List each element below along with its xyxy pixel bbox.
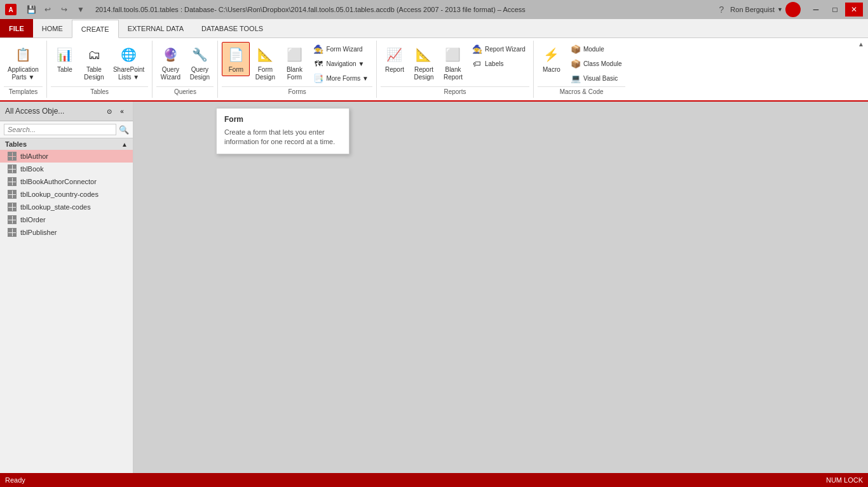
navigation-button[interactable]: 🗺 Navigation ▼: [309, 57, 372, 70]
report-button[interactable]: 📈 Report: [381, 42, 409, 76]
table-button[interactable]: 📊 Table: [51, 42, 79, 76]
minimize-button[interactable]: ─: [807, 3, 825, 17]
report-design-button[interactable]: 📐 ReportDesign: [410, 42, 438, 84]
form-design-button[interactable]: 📐 FormDesign: [251, 42, 279, 84]
sidebar-collapse-button[interactable]: «: [116, 105, 128, 117]
maximize-button[interactable]: □: [826, 3, 844, 17]
query-design-button[interactable]: 🔧 QueryDesign: [186, 42, 214, 84]
sidebar-item-label: tblAuthor: [20, 152, 48, 160]
forms-group-label: Forms: [222, 86, 372, 97]
labels-button[interactable]: 🏷 Labels: [468, 57, 529, 70]
form-design-icon: 📐: [255, 44, 275, 65]
group-queries: 🔮 QueryWizard 🔧 QueryDesign Queries: [153, 41, 218, 98]
more-forms-button[interactable]: 📑 More Forms ▼: [309, 71, 372, 85]
class-module-button[interactable]: 📦 Class Module: [567, 57, 626, 70]
tab-file[interactable]: FILE: [0, 19, 33, 37]
class-module-icon: 📦: [571, 58, 581, 69]
user-name: Ron Bergquist: [730, 6, 775, 13]
form-design-label: FormDesign: [255, 66, 275, 81]
module-button[interactable]: 📦 Module: [567, 42, 626, 56]
report-design-label: ReportDesign: [414, 66, 433, 81]
report-design-icon: 📐: [414, 44, 434, 65]
app-parts-button[interactable]: 📋 ApplicationParts ▼: [4, 42, 43, 84]
user-dropdown-icon[interactable]: ▼: [777, 6, 783, 13]
undo-button[interactable]: ↩: [41, 3, 55, 17]
title-bar-text: 2014.fall.tools.05.01.tables : Database-…: [95, 6, 526, 13]
redo-button[interactable]: ↪: [57, 3, 71, 17]
report-wizard-button[interactable]: 🧙 Report Wizard: [468, 42, 529, 56]
title-bar: A 💾 ↩ ↪ ▼ 2014.fall.tools.05.01.tables :…: [0, 0, 868, 19]
more-forms-label: More Forms ▼: [326, 75, 369, 82]
main-content: Form Create a form that lets you enter i…: [133, 102, 868, 487]
report-wizard-label: Report Wizard: [485, 46, 526, 53]
tab-database-tools[interactable]: DATABASE TOOLS: [193, 19, 272, 37]
report-label: Report: [385, 66, 404, 74]
tab-external-data[interactable]: EXTERNAL DATA: [119, 19, 193, 37]
sidebar: All Access Obje... ⊙ « 🔍 Tables ▲ tblAut…: [0, 102, 133, 487]
user-area: Ron Bergquist ▼: [730, 2, 801, 17]
tab-create[interactable]: CREATE: [72, 20, 119, 38]
help-button[interactable]: ?: [719, 4, 724, 15]
module-label: Module: [583, 46, 604, 53]
sidebar-items: tblAuthor tblBook tblBookAuthorConnector: [0, 150, 133, 487]
sidebar-header: All Access Obje... ⊙ «: [0, 102, 133, 121]
sidebar-item-tblLookup-state-codes[interactable]: tblLookup_state-codes: [0, 201, 133, 213]
search-input[interactable]: [4, 124, 116, 135]
sharepoint-label: SharePointLists ▼: [113, 66, 144, 81]
blank-report-button[interactable]: ⬜ BlankReport: [439, 42, 467, 84]
sidebar-item-label: tblLookup_state-codes: [20, 203, 91, 211]
visual-basic-button[interactable]: 💻 Visual Basic: [567, 71, 626, 85]
sharepoint-lists-button[interactable]: 🌐 SharePointLists ▼: [109, 42, 148, 84]
sidebar-item-tblBookAuthorConnector[interactable]: tblBookAuthorConnector: [0, 175, 133, 188]
table-row-icon: [8, 177, 17, 186]
customize-qat-button[interactable]: ▼: [74, 3, 88, 17]
form-button[interactable]: 📄 Form: [222, 42, 250, 76]
close-button[interactable]: ✕: [845, 3, 863, 17]
group-reports: 📈 Report 📐 ReportDesign ⬜ BlankReport 🧙 …: [377, 41, 534, 98]
tooltip-text: Create a form that lets you enter inform…: [224, 128, 341, 147]
quick-access-toolbar: 💾 ↩ ↪ ▼: [22, 3, 90, 17]
macros-small-col: 📦 Module 📦 Class Module 💻 Visual Basic: [567, 42, 626, 85]
table-row-icon: [8, 203, 17, 211]
table-design-button[interactable]: 🗂 TableDesign: [80, 42, 108, 84]
sidebar-expand-button[interactable]: ⊙: [104, 105, 115, 117]
queries-group-label: Queries: [156, 86, 214, 97]
sidebar-section-arrow: ▲: [121, 141, 128, 148]
form-label: Form: [229, 66, 243, 74]
ribbon-minimize-button[interactable]: ▲: [858, 41, 864, 48]
reports-small-col: 🧙 Report Wizard 🏷 Labels: [468, 42, 529, 70]
sharepoint-icon: 🌐: [119, 44, 139, 65]
form-wizard-label: Form Wizard: [326, 46, 362, 53]
group-forms-items: 📄 Form 📐 FormDesign ⬜ BlankForm 🧙 Form W…: [222, 42, 372, 85]
visual-basic-icon: 💻: [571, 73, 581, 83]
sidebar-item-tblAuthor[interactable]: tblAuthor: [0, 150, 133, 163]
table-row-icon: [8, 228, 17, 237]
form-wizard-button[interactable]: 🧙 Form Wizard: [309, 42, 372, 56]
table-row-icon: [8, 190, 17, 199]
group-macros: ⚡ Macro 📦 Module 📦 Class Module 💻 Visual…: [534, 41, 630, 98]
title-bar-left: A 💾 ↩ ↪ ▼ 2014.fall.tools.05.01.tables :…: [5, 3, 526, 17]
module-icon: 📦: [571, 44, 581, 54]
app-parts-label: ApplicationParts ▼: [8, 66, 39, 81]
sidebar-section-tables[interactable]: Tables ▲: [0, 138, 133, 150]
class-module-label: Class Module: [583, 60, 622, 67]
sidebar-item-tblBook[interactable]: tblBook: [0, 163, 133, 175]
more-forms-icon: 📑: [313, 73, 323, 83]
query-design-icon: 🔧: [189, 44, 210, 65]
search-icon: 🔍: [119, 125, 129, 135]
sidebar-item-tblOrder[interactable]: tblOrder: [0, 213, 133, 226]
query-wizard-icon: 🔮: [160, 44, 180, 65]
query-wizard-button[interactable]: 🔮 QueryWizard: [156, 42, 184, 84]
group-macros-items: ⚡ Macro 📦 Module 📦 Class Module 💻 Visual…: [538, 42, 626, 85]
macro-button[interactable]: ⚡ Macro: [538, 42, 566, 76]
navigation-label: Navigation ▼: [326, 60, 364, 67]
blank-form-button[interactable]: ⬜ BlankForm: [280, 42, 308, 84]
group-forms: 📄 Form 📐 FormDesign ⬜ BlankForm 🧙 Form W…: [218, 41, 377, 98]
sidebar-item-tblLookup-country-codes[interactable]: tblLookup_country-codes: [0, 188, 133, 201]
table-label: Table: [57, 66, 72, 74]
tab-home[interactable]: HOME: [33, 19, 72, 37]
save-qat-button[interactable]: 💾: [24, 3, 38, 17]
blank-report-label: BlankReport: [444, 66, 463, 81]
sidebar-title: All Access Obje...: [5, 107, 64, 116]
sidebar-item-tblPublisher[interactable]: tblPublisher: [0, 226, 133, 239]
